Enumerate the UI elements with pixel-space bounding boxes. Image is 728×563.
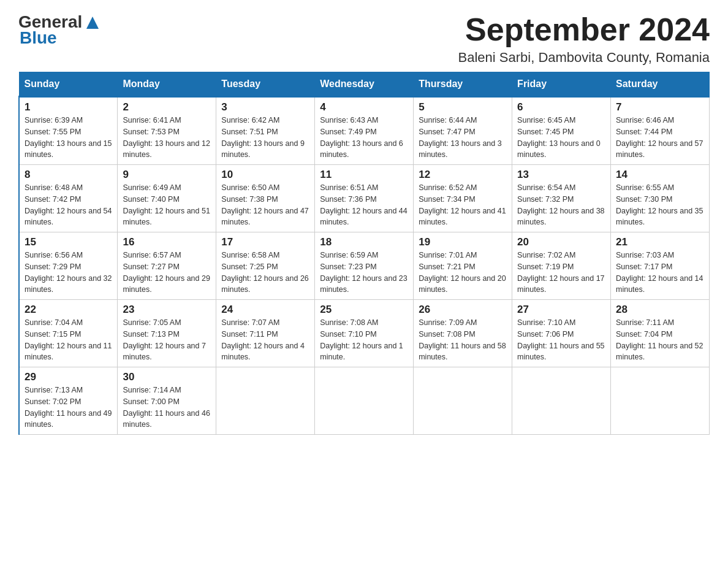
month-title: September 2024 (458, 12, 710, 47)
table-row: 12Sunrise: 6:52 AMSunset: 7:34 PMDayligh… (414, 165, 512, 232)
table-row: 19Sunrise: 7:01 AMSunset: 7:21 PMDayligh… (414, 232, 512, 300)
day-info: Sunrise: 6:50 AMSunset: 7:38 PMDaylight:… (221, 182, 309, 228)
day-info: Sunrise: 6:48 AMSunset: 7:42 PMDaylight:… (25, 182, 112, 228)
day-number: 30 (123, 371, 211, 383)
day-info: Sunrise: 7:03 AMSunset: 7:17 PMDaylight:… (616, 250, 704, 296)
title-section: September 2024 Baleni Sarbi, Dambovita C… (458, 12, 710, 66)
table-row: 28Sunrise: 7:11 AMSunset: 7:04 PMDayligh… (611, 300, 710, 367)
table-row: 29Sunrise: 7:13 AMSunset: 7:02 PMDayligh… (19, 367, 118, 435)
calendar-table: Sunday Monday Tuesday Wednesday Thursday… (18, 72, 710, 435)
day-info: Sunrise: 6:45 AMSunset: 7:45 PMDaylight:… (517, 115, 605, 161)
day-number: 27 (517, 304, 605, 316)
table-row: 20Sunrise: 7:02 AMSunset: 7:19 PMDayligh… (512, 232, 611, 300)
table-row: 4Sunrise: 6:43 AMSunset: 7:49 PMDaylight… (315, 97, 414, 165)
location-title: Baleni Sarbi, Dambovita County, Romania (458, 50, 710, 66)
day-info: Sunrise: 6:49 AMSunset: 7:40 PMDaylight:… (123, 182, 211, 228)
day-number: 28 (616, 304, 704, 316)
day-info: Sunrise: 7:10 AMSunset: 7:06 PMDaylight:… (517, 317, 605, 363)
day-info: Sunrise: 7:01 AMSunset: 7:21 PMDaylight:… (419, 250, 507, 296)
calendar-body: 1Sunrise: 6:39 AMSunset: 7:55 PMDaylight… (19, 97, 710, 435)
logo-blue-text: Blue (20, 28, 57, 47)
table-row: 13Sunrise: 6:54 AMSunset: 7:32 PMDayligh… (512, 165, 611, 232)
day-number: 7 (616, 101, 704, 113)
table-row: 27Sunrise: 7:10 AMSunset: 7:06 PMDayligh… (512, 300, 611, 367)
table-row: 8Sunrise: 6:48 AMSunset: 7:42 PMDaylight… (19, 165, 118, 232)
header-friday: Friday (512, 72, 611, 97)
day-number: 26 (419, 304, 507, 316)
day-number: 8 (25, 169, 112, 181)
day-info: Sunrise: 6:43 AMSunset: 7:49 PMDaylight:… (320, 115, 408, 161)
day-number: 20 (517, 236, 605, 248)
table-row: 22Sunrise: 7:04 AMSunset: 7:15 PMDayligh… (19, 300, 118, 367)
day-info: Sunrise: 7:04 AMSunset: 7:15 PMDaylight:… (25, 317, 112, 363)
day-info: Sunrise: 6:52 AMSunset: 7:34 PMDaylight:… (419, 182, 507, 228)
header-saturday: Saturday (611, 72, 710, 97)
day-info: Sunrise: 6:46 AMSunset: 7:44 PMDaylight:… (616, 115, 704, 161)
table-row: 1Sunrise: 6:39 AMSunset: 7:55 PMDaylight… (19, 97, 118, 165)
day-number: 15 (25, 236, 112, 248)
table-row (611, 367, 710, 435)
day-number: 13 (517, 169, 605, 181)
day-number: 3 (221, 101, 309, 113)
day-number: 10 (221, 169, 309, 181)
calendar-week-row: 8Sunrise: 6:48 AMSunset: 7:42 PMDaylight… (19, 165, 710, 232)
day-info: Sunrise: 7:08 AMSunset: 7:10 PMDaylight:… (320, 317, 408, 363)
table-row (512, 367, 611, 435)
calendar-header: Sunday Monday Tuesday Wednesday Thursday… (19, 72, 710, 97)
day-info: Sunrise: 6:59 AMSunset: 7:23 PMDaylight:… (320, 250, 408, 296)
day-number: 21 (616, 236, 704, 248)
table-row: 17Sunrise: 6:58 AMSunset: 7:25 PMDayligh… (216, 232, 315, 300)
table-row: 7Sunrise: 6:46 AMSunset: 7:44 PMDaylight… (611, 97, 710, 165)
day-info: Sunrise: 6:54 AMSunset: 7:32 PMDaylight:… (517, 182, 605, 228)
header-monday: Monday (118, 72, 216, 97)
day-number: 5 (419, 101, 507, 113)
day-info: Sunrise: 6:44 AMSunset: 7:47 PMDaylight:… (419, 115, 507, 161)
day-info: Sunrise: 6:42 AMSunset: 7:51 PMDaylight:… (221, 115, 309, 161)
day-number: 25 (320, 304, 408, 316)
table-row: 16Sunrise: 6:57 AMSunset: 7:27 PMDayligh… (118, 232, 216, 300)
day-info: Sunrise: 6:56 AMSunset: 7:29 PMDaylight:… (25, 250, 112, 296)
svg-marker-0 (86, 17, 99, 29)
day-info: Sunrise: 7:11 AMSunset: 7:04 PMDaylight:… (616, 317, 704, 363)
table-row: 21Sunrise: 7:03 AMSunset: 7:17 PMDayligh… (611, 232, 710, 300)
table-row (414, 367, 512, 435)
table-row: 23Sunrise: 7:05 AMSunset: 7:13 PMDayligh… (118, 300, 216, 367)
day-info: Sunrise: 6:57 AMSunset: 7:27 PMDaylight:… (123, 250, 211, 296)
day-number: 16 (123, 236, 211, 248)
day-number: 19 (419, 236, 507, 248)
page-header: General Blue September 2024 Baleni Sarbi… (18, 12, 710, 66)
day-info: Sunrise: 6:41 AMSunset: 7:53 PMDaylight:… (123, 115, 211, 161)
table-row: 15Sunrise: 6:56 AMSunset: 7:29 PMDayligh… (19, 232, 118, 300)
day-number: 18 (320, 236, 408, 248)
logo-arrow-icon (83, 12, 102, 30)
day-info: Sunrise: 7:07 AMSunset: 7:11 PMDaylight:… (221, 317, 309, 363)
day-info: Sunrise: 6:51 AMSunset: 7:36 PMDaylight:… (320, 182, 408, 228)
day-info: Sunrise: 6:58 AMSunset: 7:25 PMDaylight:… (221, 250, 309, 296)
header-sunday: Sunday (19, 72, 118, 97)
header-thursday: Thursday (414, 72, 512, 97)
table-row: 5Sunrise: 6:44 AMSunset: 7:47 PMDaylight… (414, 97, 512, 165)
table-row: 24Sunrise: 7:07 AMSunset: 7:11 PMDayligh… (216, 300, 315, 367)
table-row: 10Sunrise: 6:50 AMSunset: 7:38 PMDayligh… (216, 165, 315, 232)
calendar-week-row: 1Sunrise: 6:39 AMSunset: 7:55 PMDaylight… (19, 97, 710, 165)
day-number: 11 (320, 169, 408, 181)
logo: General Blue (18, 12, 102, 48)
day-number: 12 (419, 169, 507, 181)
calendar-week-row: 22Sunrise: 7:04 AMSunset: 7:15 PMDayligh… (19, 300, 710, 367)
day-info: Sunrise: 7:02 AMSunset: 7:19 PMDaylight:… (517, 250, 605, 296)
day-number: 22 (25, 304, 112, 316)
header-wednesday: Wednesday (315, 72, 414, 97)
header-tuesday: Tuesday (216, 72, 315, 97)
day-info: Sunrise: 6:39 AMSunset: 7:55 PMDaylight:… (25, 115, 112, 161)
day-number: 17 (221, 236, 309, 248)
day-number: 4 (320, 101, 408, 113)
day-number: 23 (123, 304, 211, 316)
calendar-week-row: 15Sunrise: 6:56 AMSunset: 7:29 PMDayligh… (19, 232, 710, 300)
table-row: 3Sunrise: 6:42 AMSunset: 7:51 PMDaylight… (216, 97, 315, 165)
table-row (216, 367, 315, 435)
table-row: 11Sunrise: 6:51 AMSunset: 7:36 PMDayligh… (315, 165, 414, 232)
day-number: 6 (517, 101, 605, 113)
table-row: 6Sunrise: 6:45 AMSunset: 7:45 PMDaylight… (512, 97, 611, 165)
day-info: Sunrise: 7:09 AMSunset: 7:08 PMDaylight:… (419, 317, 507, 363)
day-info: Sunrise: 7:05 AMSunset: 7:13 PMDaylight:… (123, 317, 211, 363)
